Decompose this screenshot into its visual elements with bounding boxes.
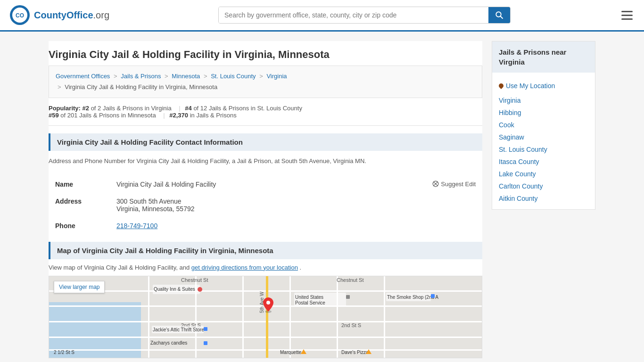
- pop-div-1: |: [179, 105, 180, 112]
- svg-text:Marquette: Marquette: [280, 350, 301, 355]
- main-container: Virginia City Jail & Holding Facility in…: [39, 32, 605, 362]
- address-label: Address: [49, 193, 110, 217]
- breadcrumb-stlouis[interactable]: St. Louis County: [211, 73, 256, 80]
- sidebar-item-hibbing[interactable]: Hibbing: [499, 107, 588, 119]
- svg-point-29: [198, 287, 202, 292]
- map-description: View map of Virginia City Jail & Holding…: [49, 259, 482, 276]
- use-my-location-item: Use My Location: [499, 77, 588, 94]
- svg-rect-34: [204, 341, 207, 345]
- popularity-label: Popularity:: [49, 105, 81, 112]
- sidebar-item-carlton[interactable]: Carlton County: [499, 180, 588, 192]
- suggest-edit-link[interactable]: Suggest Edit: [432, 181, 476, 188]
- svg-rect-18: [289, 276, 291, 358]
- location-pin-icon: [498, 82, 504, 89]
- sidebar-item-cook[interactable]: Cook: [499, 119, 588, 131]
- popularity-section: Popularity: #2 of 2 Jails & Prisons in V…: [49, 98, 482, 126]
- svg-rect-10: [49, 290, 482, 292]
- menu-bar-1: [621, 11, 633, 12]
- view-larger-map-button[interactable]: View larger map: [54, 281, 105, 293]
- svg-text:United States: United States: [295, 295, 323, 300]
- sidebar-link-itasca[interactable]: Itasca County: [499, 158, 539, 165]
- breadcrumb-sep-4: >: [259, 73, 263, 80]
- pop-item-4: #2,370 in Jails & Prisons: [169, 112, 236, 119]
- svg-point-3: [496, 12, 501, 17]
- page-title: Virginia City Jail & Holding Facility in…: [49, 41, 482, 66]
- svg-rect-15: [148, 276, 149, 358]
- svg-rect-19: [337, 276, 338, 358]
- svg-text:Postal Service: Postal Service: [295, 300, 325, 305]
- main-content: Virginia City Jail & Holding Facility in…: [49, 41, 482, 358]
- breadcrumb-sep-1: >: [114, 73, 117, 80]
- svg-text:2 1/2 St S: 2 1/2 St S: [54, 350, 74, 355]
- pop-div-2: |: [163, 112, 165, 119]
- menu-bar-3: [621, 18, 633, 20]
- sidebar-link-carlton[interactable]: Carlton County: [499, 182, 543, 190]
- svg-text:Zacharys candles: Zacharys candles: [150, 340, 187, 346]
- address-line1: 300 South 5th Avenue: [116, 197, 476, 205]
- sidebar-link-aitkin[interactable]: Aitkin County: [499, 195, 537, 202]
- search-icon: [495, 11, 504, 19]
- svg-rect-32: [204, 327, 207, 331]
- sidebar-link-stlouis[interactable]: St. Louis County: [499, 146, 547, 153]
- contact-description: Address and Phone Number for Virginia Ci…: [49, 151, 482, 172]
- breadcrumb-virginia[interactable]: Virginia: [266, 73, 287, 80]
- search-wrapper: [218, 7, 511, 24]
- svg-point-48: [266, 301, 270, 304]
- name-row: Name Virginia City Jail & Holding Facili…: [49, 176, 482, 193]
- phone-link[interactable]: 218-749-7100: [116, 222, 157, 230]
- edit-icon: [432, 181, 439, 187]
- suggest-edit-label: Suggest Edit: [441, 181, 476, 188]
- sidebar-link-hibbing[interactable]: Hibbing: [499, 109, 521, 116]
- sidebar-link-lake[interactable]: Lake County: [499, 170, 536, 178]
- svg-rect-17: [242, 276, 244, 358]
- breadcrumb-jails[interactable]: Jails & Prisons: [121, 73, 161, 80]
- breadcrumb-current: Virginia City Jail & Holding Facility in…: [65, 83, 217, 90]
- driving-directions-link[interactable]: get driving directions from your locatio…: [191, 264, 298, 271]
- svg-text:The Smoke Shop (2nd A: The Smoke Shop (2nd A: [387, 295, 438, 300]
- search-input[interactable]: [219, 7, 488, 23]
- phone-label: Phone: [49, 217, 110, 234]
- svg-rect-14: [49, 349, 482, 351]
- pop-item-2: #4 of 12 Jails & Prisons in St. Louis Co…: [185, 105, 302, 112]
- menu-bar-2: [621, 15, 633, 16]
- facility-name: Virginia City Jail & Holding Facility: [116, 181, 216, 188]
- search-button[interactable]: [488, 7, 510, 23]
- sidebar-link-saginaw[interactable]: Saginaw: [499, 133, 524, 141]
- address-line2: Virginia, Minnesota, 55792: [116, 205, 476, 213]
- sidebar-card: Jails & Prisons near Virginia Use My Loc…: [492, 41, 595, 210]
- contact-section-header: Virginia City Jail & Holding Facility Co…: [49, 133, 482, 151]
- breadcrumb-sep-3: >: [204, 73, 207, 80]
- use-my-location-link[interactable]: Use My Location: [506, 82, 555, 90]
- map-container[interactable]: Chestnut St Chestnut St 2nd St S 2nd St …: [49, 276, 482, 358]
- svg-text:Jackie's Attic Thrift Store: Jackie's Attic Thrift Store: [153, 327, 204, 332]
- svg-rect-41: [431, 294, 435, 298]
- breadcrumb-minnesota[interactable]: Minnesota: [172, 73, 200, 80]
- site-header: CO CountyOffice.org: [0, 0, 644, 32]
- breadcrumb: Government Offices > Jails & Prisons > M…: [49, 66, 482, 98]
- svg-rect-12: [49, 321, 482, 322]
- map-desc-2: .: [300, 264, 302, 271]
- use-my-location: Use My Location: [499, 80, 588, 92]
- map-section: Map of Virginia City Jail & Holding Faci…: [49, 242, 482, 358]
- sidebar-item-itasca[interactable]: Itasca County: [499, 156, 588, 168]
- sidebar-link-virginia[interactable]: Virginia: [499, 97, 520, 104]
- sidebar-item-aitkin[interactable]: Aitkin County: [499, 192, 588, 205]
- address-row: Address 300 South 5th Avenue Virginia, M…: [49, 193, 482, 217]
- search-area: [218, 7, 511, 24]
- sidebar-title: Jails & Prisons near Virginia: [492, 41, 595, 73]
- name-value-cell: Virginia City Jail & Holding Facility Su…: [110, 176, 482, 193]
- sidebar-item-lake[interactable]: Lake County: [499, 168, 588, 180]
- sidebar-item-stlouis[interactable]: St. Louis County: [499, 143, 588, 156]
- logo-area[interactable]: CO CountyOffice.org: [9, 5, 109, 25]
- sidebar-item-saginaw[interactable]: Saginaw: [499, 131, 588, 143]
- svg-rect-20: [384, 276, 385, 358]
- map-desc-1: View map of Virginia City Jail & Holding…: [49, 264, 190, 271]
- sidebar: Jails & Prisons near Virginia Use My Loc…: [492, 41, 595, 358]
- svg-text:2nd St S: 2nd St S: [341, 322, 361, 328]
- pop-item-1: #2 of 2 Jails & Prisons in Virginia: [83, 105, 172, 112]
- menu-button[interactable]: [619, 9, 635, 22]
- sidebar-item-virginia[interactable]: Virginia: [499, 94, 588, 107]
- logo-icon: CO: [9, 5, 30, 25]
- breadcrumb-gov-offices[interactable]: Government Offices: [56, 73, 110, 80]
- sidebar-link-cook[interactable]: Cook: [499, 121, 514, 129]
